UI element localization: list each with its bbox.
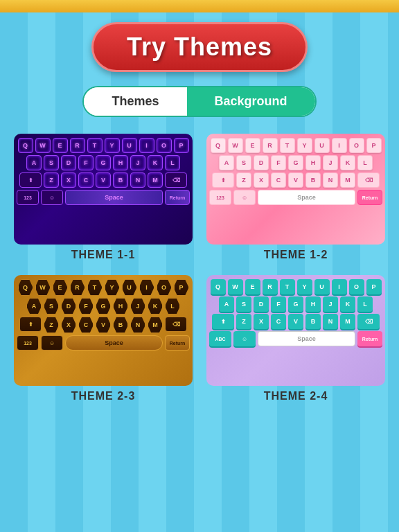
- space-key: Space: [258, 331, 355, 346]
- key: X: [61, 172, 76, 188]
- key: I: [139, 138, 154, 153]
- shift-key: ⬆: [19, 317, 42, 332]
- key: X: [254, 314, 269, 329]
- key: B: [305, 314, 321, 329]
- key: X: [254, 172, 269, 188]
- key: E: [245, 138, 260, 153]
- shift-key: ⬆: [212, 172, 234, 188]
- tab-background[interactable]: Background: [187, 87, 315, 116]
- key: A: [26, 155, 42, 170]
- key: V: [96, 317, 111, 333]
- key: J: [323, 296, 338, 312]
- key: F: [78, 155, 94, 170]
- key: E: [245, 279, 260, 294]
- key: E: [53, 138, 68, 153]
- key: F: [271, 155, 286, 170]
- tab-switcher: Themes Background: [82, 86, 316, 117]
- key: K: [340, 155, 355, 170]
- key: V: [96, 172, 111, 188]
- key: Y: [297, 138, 312, 153]
- key: Z: [236, 314, 251, 329]
- emoji-key: ☺: [41, 190, 63, 205]
- title-container: Try Themes: [91, 22, 308, 72]
- key: A: [26, 298, 42, 314]
- key: D: [254, 296, 269, 312]
- theme-card-1-1[interactable]: Q W E R T Y U I O P A S D: [14, 134, 193, 261]
- key: M: [148, 172, 163, 188]
- key: U: [122, 138, 137, 153]
- key: N: [323, 172, 338, 188]
- num-key: ABC: [209, 331, 231, 346]
- key: H: [305, 296, 321, 312]
- key: A: [219, 296, 234, 312]
- key: W: [228, 279, 243, 294]
- key: J: [130, 298, 145, 314]
- num-key: 123: [209, 190, 231, 205]
- key: D: [61, 155, 76, 170]
- key: L: [357, 296, 373, 312]
- key: S: [236, 296, 251, 312]
- key: R: [70, 138, 85, 153]
- key: E: [53, 279, 68, 296]
- key: I: [332, 279, 347, 294]
- key: O: [157, 138, 172, 153]
- key: W: [35, 279, 51, 296]
- key: L: [357, 155, 373, 170]
- key: S: [236, 155, 251, 170]
- key: P: [366, 138, 382, 153]
- key: I: [139, 279, 154, 296]
- num-key: 123: [17, 190, 39, 205]
- top-bar: [0, 0, 399, 12]
- emoji-key: ☺: [233, 331, 256, 346]
- key: P: [174, 279, 189, 296]
- key: Q: [18, 138, 33, 153]
- keyboard-preview-1-2: Q W E R T Y U I O P A S D: [206, 134, 385, 245]
- key: G: [288, 155, 303, 170]
- backspace-key: ⌫: [357, 314, 380, 329]
- theme-card-2-3[interactable]: Q W E R T Y U I O P A S D: [14, 275, 193, 402]
- main-content: Try Themes Themes Background Q W E R T Y…: [0, 0, 399, 402]
- theme-card-2-4[interactable]: Q W E R T Y U I O P A S D: [206, 275, 385, 402]
- key: U: [314, 279, 330, 294]
- theme-label-1-1: THEME 1-1: [71, 249, 136, 261]
- key: B: [113, 172, 128, 188]
- key: C: [271, 314, 286, 329]
- key: K: [148, 155, 163, 170]
- key: F: [271, 296, 286, 312]
- key: L: [165, 298, 180, 314]
- key: J: [323, 155, 338, 170]
- key: I: [332, 138, 347, 153]
- keyboard-preview-2-4: Q W E R T Y U I O P A S D: [206, 275, 385, 386]
- key: K: [148, 298, 163, 314]
- key: Q: [211, 138, 226, 153]
- themes-grid: Q W E R T Y U I O P A S D: [0, 134, 399, 402]
- space-key: Space: [65, 335, 163, 351]
- key: U: [122, 279, 137, 296]
- shift-key: ⬆: [19, 172, 42, 188]
- key: Q: [211, 279, 226, 294]
- key: T: [87, 138, 103, 153]
- key: Q: [18, 279, 33, 296]
- backspace-key: ⌫: [357, 172, 380, 188]
- key: V: [288, 314, 303, 329]
- key: F: [78, 298, 94, 314]
- key: M: [340, 314, 355, 329]
- key: M: [148, 317, 163, 333]
- key: N: [130, 172, 145, 188]
- tab-themes[interactable]: Themes: [84, 87, 186, 116]
- key: G: [96, 155, 111, 170]
- key: T: [87, 279, 103, 296]
- key: H: [305, 155, 321, 170]
- space-key: Space: [258, 190, 355, 205]
- key: G: [288, 296, 303, 312]
- key: A: [219, 155, 234, 170]
- key: N: [130, 317, 145, 333]
- key: M: [340, 172, 355, 188]
- key: O: [349, 138, 364, 153]
- theme-card-1-2[interactable]: Q W E R T Y U I O P A S D: [206, 134, 385, 261]
- theme-label-1-2: THEME 1-2: [264, 249, 328, 261]
- emoji-key: ☺: [233, 190, 256, 205]
- key: C: [78, 317, 94, 333]
- key: H: [113, 155, 128, 170]
- key: V: [288, 172, 303, 188]
